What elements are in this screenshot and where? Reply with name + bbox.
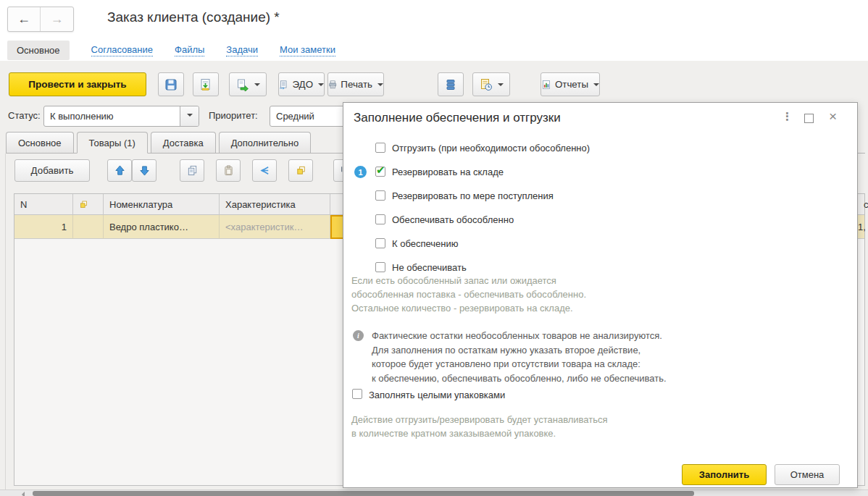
horizontal-scrollbar[interactable] <box>0 489 868 496</box>
cell-characteristic[interactable]: <характеристик… <box>220 215 330 239</box>
hint-line: Если есть обособленный запас или ожидает… <box>351 274 586 287</box>
arrow-down-icon <box>139 165 150 176</box>
post-document-icon <box>199 78 212 91</box>
save-button[interactable] <box>158 72 184 96</box>
checkbox[interactable] <box>375 214 385 224</box>
hint-line: в количестве кратном заказываемой упаков… <box>351 426 608 440</box>
cell-n[interactable]: 1 <box>14 215 73 239</box>
nav-tab-files[interactable]: Файлы <box>175 44 204 56</box>
create-based-on-button[interactable] <box>229 72 267 96</box>
tab-main[interactable]: Основное <box>6 132 74 153</box>
option-label: Резервировать по мере поступления <box>392 190 554 201</box>
info-icon: i <box>353 330 364 341</box>
title-bar: ← → Заказ клиента (создание) * Основное … <box>0 0 868 61</box>
order-badge: 1 <box>354 166 367 178</box>
move-up-button[interactable] <box>107 159 132 182</box>
schedule-button[interactable] <box>472 72 510 96</box>
fill-supply-dialog: Заполнение обеспечения и отгрузки ⋮ × От… <box>343 102 858 488</box>
dialog-title: Заполнение обеспечения и отгрузки <box>354 111 561 125</box>
dropdown-caret-icon <box>593 83 599 89</box>
column-header-fragment[interactable]: ст <box>858 194 868 215</box>
form-left-divider <box>5 154 6 489</box>
whole-packages-checkbox[interactable] <box>352 389 362 399</box>
option-label: Резервировать на складе <box>392 167 504 177</box>
priority-label: Приоритет: <box>209 110 258 121</box>
option-provide-separately[interactable]: Обеспечивать обособленно <box>343 214 857 228</box>
print-button[interactable]: Печать <box>327 72 384 96</box>
nav-tab-main[interactable]: Основное <box>7 41 70 60</box>
copy-lines-button[interactable] <box>288 159 313 182</box>
info-line: Фактические остатки необособленных товар… <box>372 329 667 343</box>
dialog-menu-button[interactable]: ⋮ <box>782 110 793 123</box>
paste-icon <box>223 165 234 176</box>
edo-button[interactable]: ЭДО <box>278 72 325 96</box>
cancel-button[interactable]: Отмена <box>775 464 840 485</box>
scroll-left-icon[interactable] <box>19 492 25 496</box>
status-value: К выполнению <box>44 111 180 122</box>
forward-button[interactable]: → <box>41 7 73 31</box>
back-arrow-icon: ← <box>17 12 30 27</box>
dropdown-caret-icon <box>187 114 193 119</box>
yellow-copy-icon <box>79 200 88 209</box>
maximize-icon[interactable] <box>804 114 814 123</box>
post-and-close-button[interactable]: Провести и закрыть <box>9 72 146 96</box>
hint-separate-stock: Если есть обособленный запас или ожидает… <box>351 274 586 315</box>
option-label: К обеспечению <box>392 238 458 249</box>
status-dropdown-button[interactable] <box>180 106 199 126</box>
hint-packages: Действие отгрузить/резервировать будет у… <box>351 413 608 440</box>
checkbox[interactable] <box>375 238 385 248</box>
option-reserve-on-receipt[interactable]: Резервировать по мере поступления <box>343 190 857 204</box>
app-window: ← → Заказ клиента (создание) * Основное … <box>0 0 868 496</box>
paste-row-button[interactable] <box>216 159 241 182</box>
tab-delivery[interactable]: Доставка <box>151 132 216 153</box>
print-label: Печать <box>341 79 372 90</box>
checkbox[interactable] <box>375 262 385 272</box>
cell-nomenclature[interactable]: Ведро пластико… <box>104 215 220 239</box>
option-to-provide[interactable]: К обеспечению <box>343 238 857 252</box>
branch-arrows-icon <box>259 165 270 176</box>
tab-goods[interactable]: Товары (1) <box>77 132 148 154</box>
page-title: Заказ клиента (создание) * <box>107 9 280 25</box>
printer-icon <box>328 78 337 91</box>
document-clock-icon <box>480 78 493 91</box>
dropdown-caret-icon <box>498 83 504 89</box>
nav-tab-tasks[interactable]: Задачи <box>226 44 258 56</box>
option-reserve-warehouse[interactable]: 1 Резервировать на складе <box>343 166 857 180</box>
report-chart-icon <box>541 78 551 91</box>
cell-copy-flag[interactable] <box>73 215 104 239</box>
checkbox[interactable] <box>375 167 385 177</box>
column-header-nomenclature[interactable]: Номенклатура <box>104 194 220 215</box>
hint-line: обособленная поставка - обеспечивать обо… <box>351 287 586 301</box>
forward-arrow-icon: → <box>51 12 64 27</box>
nav-tab-approval[interactable]: Согласование <box>91 44 153 56</box>
option-ship[interactable]: Отгрузить (при необходимости обособленно… <box>343 142 857 156</box>
close-icon[interactable]: × <box>829 109 837 125</box>
scrollbar-thumb[interactable] <box>33 491 694 496</box>
arrow-up-icon <box>114 165 125 176</box>
yellow-copy-icon <box>296 165 306 176</box>
add-row-button[interactable]: Добавить <box>14 159 90 182</box>
fill-button[interactable]: Заполнить <box>682 464 767 485</box>
column-header-characteristic[interactable]: Характеристика <box>220 194 330 215</box>
tab-additional[interactable]: Дополнительно <box>219 132 312 153</box>
move-down-button[interactable] <box>132 159 157 182</box>
checkbox[interactable] <box>375 190 385 201</box>
info-note: Фактические остатки необособленных товар… <box>372 329 667 385</box>
nav-tab-notes[interactable]: Мои заметки <box>280 44 335 56</box>
status-select[interactable]: К выполнению <box>43 106 199 127</box>
reports-button[interactable]: Отчеты <box>541 72 600 96</box>
copy-icon <box>187 165 198 176</box>
back-button[interactable]: ← <box>8 7 41 31</box>
save-icon <box>164 78 178 91</box>
edo-label: ЭДО <box>292 79 313 90</box>
column-header-copy[interactable] <box>73 194 104 215</box>
checkbox[interactable] <box>375 143 385 153</box>
post-document-button[interactable] <box>193 72 219 96</box>
copy-row-button[interactable] <box>180 159 204 182</box>
status-label: Статус: <box>8 110 41 121</box>
list-button[interactable] <box>438 72 464 96</box>
history-nav: ← → <box>7 7 74 32</box>
distribute-button[interactable] <box>252 159 277 182</box>
column-header-n[interactable]: N <box>14 194 73 215</box>
dropdown-caret-icon <box>318 83 324 89</box>
